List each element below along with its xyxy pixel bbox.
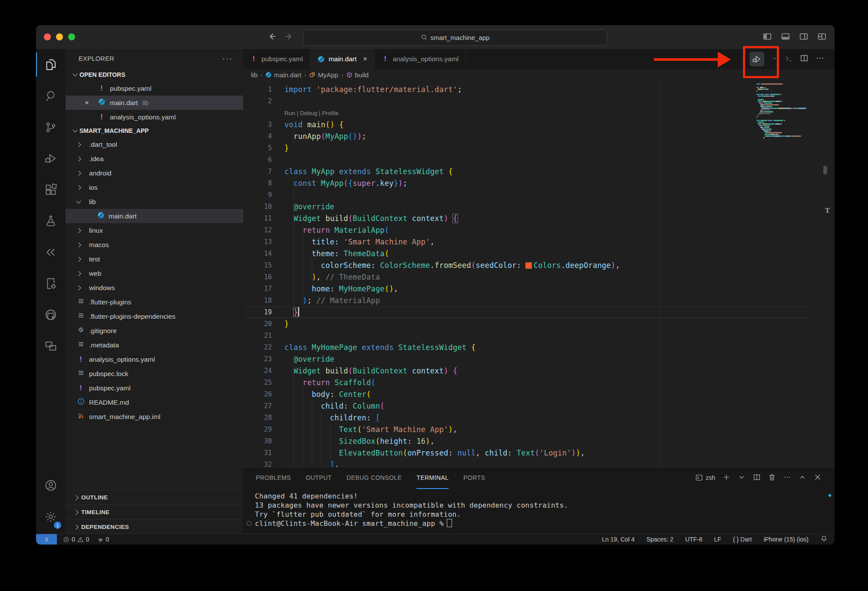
code-line-16[interactable]: 16 ), // ThemeData [243,271,807,283]
sidebar-section-outline[interactable]: OUTLINE [66,490,243,505]
activity-item-notebook[interactable] [36,268,66,299]
status-item[interactable]: Spaces: 2 [647,536,673,543]
code-line-8[interactable]: 8 const MyApp({super.key}); [243,178,807,189]
close-icon[interactable]: × [85,99,89,107]
kill-terminal-button[interactable] [768,473,776,482]
code-line-25[interactable]: 25 return Scaffold( [243,377,807,389]
code-line-18[interactable]: 18 ); // MaterialApp [243,295,807,307]
code-line-14[interactable]: 14 theme: ThemeData( [243,248,807,260]
open-editor-pubspec.yaml[interactable]: !pubspec.yaml [66,81,243,96]
layout-panel-button[interactable] [781,32,790,43]
status-item[interactable]: { } Dart [733,536,752,543]
editor-more-actions-button[interactable] [815,54,824,64]
tree-folder-ios[interactable]: ios [66,180,243,195]
code-line-17[interactable]: 17 home: MyHomePage(), [243,283,807,295]
activity-item-explorer[interactable] [36,49,66,80]
breadcrumb-item-lib[interactable]: lib [251,71,257,79]
code-line-19[interactable]: 19 } [243,307,807,318]
open-editor-main.dart[interactable]: ×main.dartlib [66,96,243,110]
code-line-6[interactable]: 6 [243,154,807,166]
tree-file-main.dart[interactable]: main.dart [66,209,243,223]
activity-item-search[interactable] [36,80,66,112]
code-line-5[interactable]: 5} [243,142,807,154]
tree-file-analysis_options.yaml[interactable]: !analysis_options.yaml [66,352,243,366]
tree-file-.metadata[interactable]: .metadata [66,338,243,352]
tree-file-pubspec.lock[interactable]: pubspec.lock [66,366,243,381]
code-line-12[interactable]: 12 return MaterialApp( [243,225,807,236]
command-center-search[interactable]: smart_machine_app [303,30,607,46]
split-terminal-button[interactable] [753,473,761,482]
tree-file-.flutter-plugins-dependencies[interactable]: .flutter-plugins-dependencies [66,309,243,324]
tree-folder-windows[interactable]: windows [66,281,243,295]
shell-selector[interactable]: zsh [695,474,715,482]
tree-folder-lib[interactable]: lib [66,195,243,209]
breadcrumb-item-main.dart[interactable]: main.dart [265,71,301,79]
code-editor[interactable]: 1import 'package:flutter/material.dart';… [243,81,835,467]
scrollbar-thumb[interactable] [823,166,827,175]
code-line-4[interactable]: 4 runApp(MyApp()); [243,131,807,142]
tree-folder-.idea[interactable]: .idea [66,152,243,166]
problems-status[interactable]: 00 [63,536,89,543]
close-panel-button[interactable] [814,473,822,482]
layout-sidebar-right-button[interactable] [799,32,809,43]
run-dropdown-button[interactable] [771,55,778,63]
terminal-output[interactable]: Changed 41 dependencies!13 packages have… [255,492,826,528]
code-line-28[interactable]: 28 children: [ [243,412,807,424]
activity-item-testing[interactable] [36,205,66,237]
code-line-23[interactable]: 23 @override [243,353,807,365]
tree-folder-android[interactable]: android [66,166,243,180]
panel-tab-terminal[interactable]: TERMINAL [416,467,449,489]
tree-folder-macos[interactable]: macos [66,238,243,252]
code-line-24[interactable]: 24 Widget build(BuildContext context) { [243,365,807,377]
code-line-15[interactable]: 15 colorScheme: ColorScheme.fromSeed(see… [243,260,807,271]
code-line-26[interactable]: 26 body: Center( [243,389,807,400]
sidebar-section-timeline[interactable]: TIMELINE [66,505,243,519]
project-root-header[interactable]: SMART_MACHINE_APP [66,124,243,137]
open-editors-header[interactable]: OPEN EDITORS [66,68,243,81]
terminal-prompt[interactable]: clint@Clints-MacBook-Air smart_machine_a… [255,519,826,528]
layout-sidebar-left-button[interactable] [762,32,772,43]
run-and-debug-button[interactable] [749,52,764,66]
open-terminal-button[interactable] [785,54,793,64]
panel-tab-output[interactable]: OUTPUT [306,467,332,489]
maximize-panel-button[interactable] [799,473,806,482]
status-item[interactable]: LF [714,536,721,543]
activity-item-settings[interactable]: 1 [36,501,66,532]
status-item[interactable]: iPhone (15) (ios) [764,536,809,543]
close-window-button[interactable] [44,33,51,40]
status-item[interactable]: Ln 19, Col 4 [602,536,635,543]
sidebar-section-dependencies[interactable]: DEPENDENCIES [66,519,243,534]
code-line-7[interactable]: 7class MyApp extends StatelessWidget { [243,166,807,178]
codelens[interactable]: Run | Debug | Profile [243,107,807,119]
code-line-29[interactable]: 29 Text('Smart Machine App'), [243,424,807,436]
code-line-1[interactable]: 1import 'package:flutter/material.dart'; [243,84,807,96]
activity-item-run-and-debug[interactable] [36,143,66,174]
activity-item-github[interactable] [36,299,66,330]
remote-indicator[interactable] [36,534,57,545]
code-line-13[interactable]: 13 title: 'Smart Machine App', [243,236,807,248]
code-line-11[interactable]: 11 Widget build(BuildContext context) { [243,213,807,225]
tree-folder-web[interactable]: web [66,266,243,281]
ports-status[interactable]: 0 [97,536,109,543]
activity-item-extensions[interactable] [36,174,66,205]
code-line-30[interactable]: 30 SizedBox(height: 16), [243,436,807,447]
activity-item-remote-explorer[interactable] [36,330,66,362]
sidebar-more-icon[interactable]: ··· [222,54,233,63]
code-line-32[interactable]: 32 ], [243,459,807,467]
code-line-9[interactable]: 9 [243,189,807,201]
tree-file-README.md[interactable]: README.md [66,395,243,409]
code-line-10[interactable]: 10 @override [243,201,807,213]
code-line-2[interactable]: 2 [243,96,807,107]
panel-more-actions-button[interactable] [783,473,791,482]
activity-item-references[interactable] [36,237,66,268]
minimap[interactable] [756,81,807,467]
panel-tab-problems[interactable]: PROBLEMS [256,467,291,489]
tree-file-.flutter-plugins[interactable]: .flutter-plugins [66,295,243,309]
code-line-20[interactable]: 20} [243,318,807,330]
forward-button[interactable] [284,32,294,43]
code-line-27[interactable]: 27 child: Column( [243,400,807,412]
tree-folder-.dart_tool[interactable]: .dart_tool [66,137,243,152]
split-editor-button[interactable] [800,54,809,64]
tab-main.dart[interactable]: main.dart× [310,49,375,69]
activity-item-account[interactable] [36,470,66,501]
